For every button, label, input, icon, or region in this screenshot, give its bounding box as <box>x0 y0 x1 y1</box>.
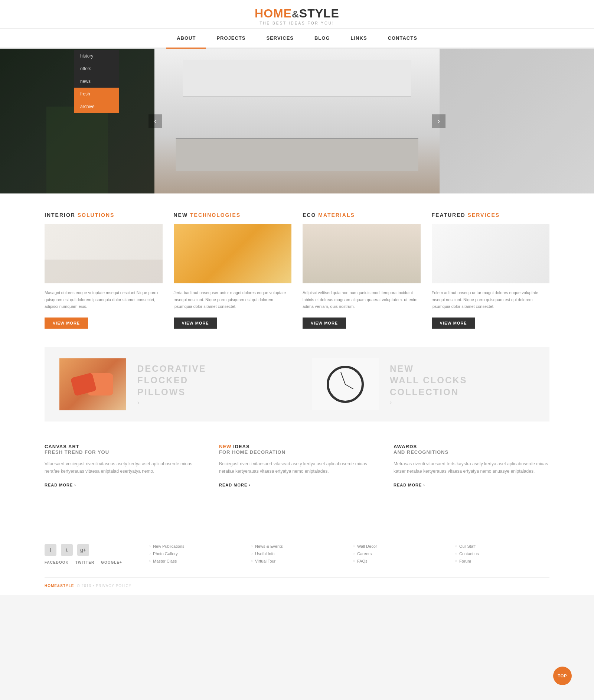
info-title-canvas: CANVAS ART <box>45 444 200 449</box>
banner-pillows-title: DECORATIVEFLOCKEDPILLOWS <box>137 363 206 398</box>
read-more-canvas[interactable]: READ MORE <box>45 483 76 487</box>
feature-text-4: Folem aditaut onsequ untur magni dolores… <box>432 289 550 310</box>
googleplus-label: GOOGLE+ <box>101 560 122 564</box>
nav-item-blog[interactable]: BLOG <box>304 29 340 48</box>
footer-social-icons: f t g+ <box>45 544 126 556</box>
footer-link-news-events[interactable]: News & Events <box>251 544 345 548</box>
banner-pillows-text: DECORATIVEFLOCKEDPILLOWS › <box>137 363 206 406</box>
feature-img-1 <box>45 224 163 283</box>
footer-links-col4: Our Staff Contact us Forum <box>455 544 549 566</box>
facebook-icon[interactable]: f <box>45 544 56 556</box>
feature-img-3 <box>303 224 421 283</box>
banner-pillows[interactable]: DECORATIVEFLOCKEDPILLOWS › <box>45 347 297 421</box>
site-logo: HOME&STYLE <box>0 7 594 20</box>
nav-item-contacts[interactable]: CONTACTS <box>378 29 428 48</box>
view-more-btn-3[interactable]: VIEW MORE <box>303 318 346 329</box>
slider-right-panel <box>440 49 594 193</box>
social-labels: FACEBOOK TWITTER GOOGLE+ <box>45 560 126 564</box>
footer-copyright: © 2013 • PRIVACY POLICY <box>77 584 131 588</box>
footer-link-new-publications[interactable]: New Publications <box>148 544 243 548</box>
twitter-label: TWITTER <box>75 560 94 564</box>
footer-links: New Publications Photo Gallery Master Cl… <box>148 544 549 566</box>
slider-next-button[interactable]: › <box>432 114 446 128</box>
feature-card-3: ECO MATERIALS Adipisci velitsed quia non… <box>303 212 421 329</box>
footer-link-useful-info[interactable]: Useful Info <box>251 551 345 556</box>
dropdown-archive[interactable]: archive <box>74 100 119 113</box>
info-card-canvas: CANVAS ART FRESH TREND FOR YOU Vitaesaer… <box>45 444 200 488</box>
features-grid: INTERIOR SOLUTIONS Masagni dolores eoque… <box>45 212 549 329</box>
footer-link-wall-decor[interactable]: Wall Decor <box>353 544 447 548</box>
footer-link-photo-gallery[interactable]: Photo Gallery <box>148 551 243 556</box>
googleplus-icon[interactable]: g+ <box>77 544 89 556</box>
footer-links-col3: Wall Decor Careers FAQs <box>353 544 447 566</box>
nav-item-links[interactable]: LINKS <box>340 29 378 48</box>
banner-row: DECORATIVEFLOCKEDPILLOWS › NEWWALL CLOCK… <box>45 347 549 421</box>
room-right-image <box>440 49 594 193</box>
feature-title-4: FEATURED SERVICES <box>432 212 550 218</box>
nav-item-about[interactable]: ABOUT <box>166 29 206 49</box>
feature-img-4 <box>432 224 550 283</box>
feature-card-2: NEW TECHNOLOGIES Jerta baditaut onsequse… <box>174 212 292 329</box>
dropdown-history[interactable]: history <box>74 50 119 62</box>
banner-clocks-text: NEWWALL CLOCKSCOLLECTION › <box>390 363 467 406</box>
info-subtitle-ideas: FOR HOME DECORATION <box>219 449 375 455</box>
view-more-btn-1[interactable]: VIEW MORE <box>45 318 88 329</box>
footer-logo: HOME&STYLE <box>45 584 74 588</box>
info-card-awards: AWARDS AND RECOGNITIONS Metrasas riverit… <box>394 444 549 488</box>
footer-link-virtual-tour[interactable]: Virtual Tour <box>251 559 345 563</box>
kitchen-image <box>154 49 440 193</box>
footer-bottom: HOME&STYLE © 2013 • PRIVACY POLICY <box>45 577 549 588</box>
footer-social-col: f t g+ FACEBOOK TWITTER GOOGLE+ <box>45 544 126 566</box>
feature-text-2: Jerta baditaut onsequser untur magni dol… <box>174 289 292 310</box>
nav-item-services[interactable]: SERVICES <box>256 29 304 48</box>
main-content: INTERIOR SOLUTIONS Masagni dolores eoque… <box>0 193 594 529</box>
banner-clocks[interactable]: NEWWALL CLOCKSCOLLECTION › <box>297 347 549 421</box>
info-card-ideas: NEW IDEAS FOR HOME DECORATION Beciegast … <box>219 444 375 488</box>
dropdown-offers[interactable]: offers <box>74 62 119 75</box>
footer-inner: f t g+ FACEBOOK TWITTER GOOGLE+ New Publ… <box>45 544 549 566</box>
nav-inner: ABOUT PROJECTS SERVICES BLOG LINKS CONTA… <box>0 29 594 48</box>
banner-clock-img <box>312 358 379 410</box>
footer-links-col1: New Publications Photo Gallery Master Cl… <box>148 544 243 566</box>
slider-prev-button[interactable]: ‹ <box>148 114 162 128</box>
site-footer: f t g+ FACEBOOK TWITTER GOOGLE+ New Publ… <box>0 529 594 595</box>
footer-link-faqs[interactable]: FAQs <box>353 559 447 563</box>
clock-face <box>327 366 364 403</box>
logo-style: STYLE <box>299 7 339 20</box>
feature-img-2 <box>174 224 292 283</box>
footer-link-careers[interactable]: Careers <box>353 551 447 556</box>
info-subtitle-awards: AND RECOGNITIONS <box>394 449 549 455</box>
feature-card-4: FEATURED SERVICES Folem aditaut onsequ u… <box>432 212 550 329</box>
footer-link-contact-us[interactable]: Contact us <box>455 551 549 556</box>
kitchen-upper-cabinets <box>183 60 411 97</box>
facebook-label: FACEBOOK <box>45 560 69 564</box>
feature-title-3: ECO MATERIALS <box>303 212 421 218</box>
feature-card-1: INTERIOR SOLUTIONS Masagni dolores eoque… <box>45 212 163 329</box>
info-text-canvas: Vitaesaert veciegast riveriti vitaseas a… <box>45 460 200 475</box>
nav-item-projects[interactable]: PROJECTS <box>206 29 256 48</box>
twitter-icon[interactable]: t <box>61 544 73 556</box>
banner-pillows-arrow[interactable]: › <box>137 399 206 406</box>
slider-center-panel <box>154 49 440 193</box>
site-header: HOME&STYLE THE BEST IDEAS FOR YOU! <box>0 0 594 29</box>
dropdown-menu: history offers news fresh archive <box>74 50 119 113</box>
dropdown-news[interactable]: news <box>74 75 119 88</box>
info-grid: CANVAS ART FRESH TREND FOR YOU Vitaesaer… <box>45 444 549 488</box>
logo-home: HOME <box>255 7 292 20</box>
main-nav: ABOUT PROJECTS SERVICES BLOG LINKS CONTA… <box>0 29 594 49</box>
view-more-btn-2[interactable]: VIEW MORE <box>174 318 217 329</box>
info-title-ideas: NEW IDEAS <box>219 444 375 449</box>
info-text-awards: Metrasas riveriti vitaesaert terts kayst… <box>394 460 549 475</box>
footer-link-master-class[interactable]: Master Class <box>148 559 243 563</box>
feature-title-1: INTERIOR SOLUTIONS <box>45 212 163 218</box>
footer-link-forum[interactable]: Forum <box>455 559 549 563</box>
logo-amp: & <box>292 9 299 20</box>
banner-clocks-arrow[interactable]: › <box>390 399 467 406</box>
info-text-ideas: Beciegast riveriti vitaesaert vitasead a… <box>219 460 375 475</box>
view-more-btn-4[interactable]: VIEW MORE <box>432 318 475 329</box>
read-more-awards[interactable]: READ MORE <box>394 483 425 487</box>
read-more-ideas[interactable]: READ MORE <box>219 483 251 487</box>
dropdown-fresh[interactable]: fresh <box>74 88 119 100</box>
banner-clocks-title: NEWWALL CLOCKSCOLLECTION <box>390 363 467 398</box>
footer-link-our-staff[interactable]: Our Staff <box>455 544 549 548</box>
